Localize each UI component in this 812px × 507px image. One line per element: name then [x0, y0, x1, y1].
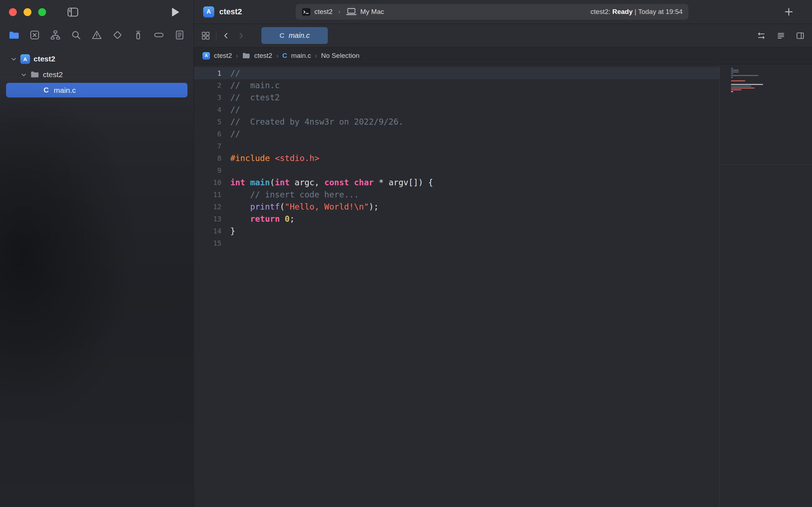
line-number[interactable]: 3 — [194, 91, 221, 104]
status-time: Today at 19:54 — [638, 8, 683, 15]
line-number[interactable]: 11 — [194, 189, 221, 201]
minimap-line — [731, 84, 763, 85]
line-number[interactable]: 1 — [194, 67, 221, 79]
code-line[interactable]: 9 — [194, 164, 720, 176]
code-text: int main(int argc, const char * argv[]) … — [221, 176, 433, 189]
file-name-label: main.c — [54, 86, 76, 95]
editor-options-icon[interactable] — [776, 31, 786, 40]
minimap[interactable] — [720, 64, 812, 507]
minimap-line — [731, 91, 733, 92]
code-lines[interactable]: 1//2// main.c3// ctest24//5// Created by… — [194, 64, 720, 507]
tab-label: main.c — [289, 31, 310, 40]
project-name-label: ctest2 — [34, 55, 55, 63]
breadcrumb-file[interactable]: main.c — [291, 52, 311, 60]
minimap-line — [731, 89, 741, 90]
line-number[interactable]: 10 — [194, 176, 221, 189]
tree-item-project[interactable]: A ctest2 — [0, 51, 194, 67]
tab-overview-icon[interactable] — [201, 31, 210, 40]
breadcrumb-group[interactable]: ctest2 — [254, 52, 272, 60]
scheme-destination-label[interactable]: My Mac — [360, 8, 384, 16]
line-number[interactable]: 9 — [194, 164, 221, 176]
code-line[interactable]: 11 // insert code here... — [194, 189, 720, 201]
code-line[interactable]: 3// ctest2 — [194, 91, 720, 104]
line-number[interactable]: 12 — [194, 201, 221, 213]
navigator-search-icon[interactable] — [71, 30, 82, 41]
code-line[interactable]: 5// Created by 4nsw3r on 2022/9/26. — [194, 116, 720, 128]
navigator-spray-icon[interactable] — [132, 30, 144, 41]
line-number[interactable]: 2 — [194, 79, 221, 91]
library-plus-button[interactable] — [783, 6, 794, 17]
code-line[interactable]: 15 — [194, 237, 720, 249]
minimap-line — [731, 70, 739, 71]
forward-button[interactable] — [237, 32, 245, 40]
chevron-down-icon[interactable] — [11, 56, 17, 62]
minimap-line — [731, 80, 745, 81]
line-number[interactable]: 13 — [194, 213, 221, 225]
code-line[interactable]: 6// — [194, 128, 720, 140]
close-button[interactable] — [9, 8, 17, 16]
minimize-button[interactable] — [24, 8, 31, 16]
line-number[interactable]: 8 — [194, 152, 221, 164]
code-line[interactable]: 4// — [194, 104, 720, 116]
editor-actions — [756, 31, 805, 40]
line-number[interactable]: 7 — [194, 140, 221, 152]
code-text: } — [221, 225, 235, 237]
run-button[interactable] — [171, 7, 179, 17]
status-state: Ready — [612, 8, 633, 15]
code-text: // — [221, 128, 240, 140]
jump-bar: A ctest2 › ctest2 › C main.c › No Select… — [194, 47, 812, 64]
navigator-folder-icon[interactable] — [9, 30, 20, 41]
sidebar-toggle-icon[interactable] — [67, 7, 79, 17]
sidebar: A ctest2 ctest2 C main.c — [0, 0, 194, 507]
xcode-window: A ctest2 ctest2 C main.c A ctest2 — [0, 0, 812, 507]
zoom-button[interactable] — [38, 8, 46, 16]
window-titlebar — [0, 0, 194, 24]
navigator-warning-icon[interactable] — [91, 30, 102, 41]
line-number[interactable]: 6 — [194, 128, 221, 140]
toolbar: A ctest2 ctest2 › My Mac ctest2: Ready |… — [194, 0, 812, 24]
back-button[interactable] — [222, 32, 230, 40]
code-line[interactable]: 13 return 0; — [194, 213, 720, 225]
editor-area: 1//2// main.c3// ctest24//5// Created by… — [194, 64, 812, 507]
minimap-line — [731, 68, 733, 69]
code-line[interactable]: 14} — [194, 225, 720, 237]
code-line[interactable]: 8#include <stdio.h> — [194, 152, 720, 164]
chevron-down-icon[interactable] — [21, 72, 27, 78]
code-text: printf("Hello, World!\n"); — [221, 201, 379, 213]
add-editor-icon[interactable] — [796, 31, 805, 40]
code-line[interactable]: 10int main(int argc, const char * argv[]… — [194, 176, 720, 189]
minimap-bars — [731, 68, 763, 95]
code-line[interactable]: 12 printf("Hello, World!\n"); — [194, 201, 720, 213]
minimap-line — [731, 77, 733, 78]
tree-item-file-selected[interactable]: C main.c — [6, 83, 187, 97]
scheme-selector[interactable]: ctest2 › My Mac ctest2: Ready | Today at… — [296, 4, 688, 20]
line-number[interactable]: 14 — [194, 225, 221, 237]
code-line[interactable]: 7 — [194, 140, 720, 152]
minimap-line — [731, 86, 751, 87]
line-number[interactable]: 5 — [194, 116, 221, 128]
scheme-target-label[interactable]: ctest2 — [315, 8, 333, 16]
line-number[interactable]: 15 — [194, 237, 221, 249]
navigator-diamond-icon[interactable] — [112, 30, 123, 41]
navigator-x-square-icon[interactable] — [29, 30, 40, 41]
tree-item-group[interactable]: ctest2 — [0, 67, 194, 82]
code-line[interactable]: 2// main.c — [194, 79, 720, 91]
code-text: #include <stdio.h> — [221, 152, 319, 164]
code-text: // — [221, 104, 240, 116]
code-text: // insert code here... — [221, 189, 359, 201]
c-file-icon: C — [44, 86, 49, 94]
minimap-line — [731, 73, 733, 74]
line-number[interactable]: 4 — [194, 104, 221, 116]
xcode-app-icon: A — [203, 6, 214, 17]
navigator-hierarchy-icon[interactable] — [50, 30, 61, 41]
code-text — [221, 237, 230, 249]
code-line[interactable]: 1// — [194, 67, 720, 79]
c-file-icon: C — [282, 52, 287, 60]
code-review-icon[interactable] — [756, 31, 766, 40]
navigator-document-icon[interactable] — [174, 30, 185, 41]
breadcrumb-project[interactable]: ctest2 — [214, 52, 232, 60]
navigator-capsule-icon[interactable] — [153, 30, 164, 41]
tab-main-c[interactable]: C main.c — [261, 27, 328, 44]
status-project: ctest2: — [590, 8, 610, 15]
breadcrumb-selection[interactable]: No Selection — [321, 52, 360, 60]
